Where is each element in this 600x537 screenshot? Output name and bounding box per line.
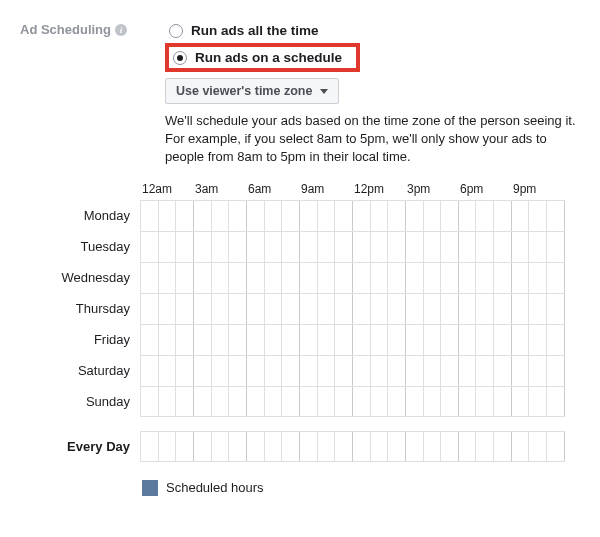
schedule-cell[interactable] xyxy=(159,387,177,416)
schedule-cell[interactable] xyxy=(212,432,230,461)
schedule-cell[interactable] xyxy=(512,263,530,293)
schedule-cell[interactable] xyxy=(159,356,177,386)
schedule-cell[interactable] xyxy=(388,325,406,355)
schedule-cell[interactable] xyxy=(388,432,406,461)
day-cells[interactable] xyxy=(140,231,565,262)
schedule-cell[interactable] xyxy=(441,387,459,416)
schedule-cell[interactable] xyxy=(247,325,265,355)
schedule-cell[interactable] xyxy=(212,294,230,324)
schedule-cell[interactable] xyxy=(282,432,300,461)
schedule-cell[interactable] xyxy=(159,294,177,324)
schedule-cell[interactable] xyxy=(141,325,159,355)
schedule-cell[interactable] xyxy=(265,387,283,416)
schedule-cell[interactable] xyxy=(335,201,353,231)
schedule-cell[interactable] xyxy=(282,232,300,262)
schedule-cell[interactable] xyxy=(353,201,371,231)
day-cells[interactable] xyxy=(140,293,565,324)
radio-run-all-time[interactable]: Run ads all the time xyxy=(165,20,580,41)
schedule-cell[interactable] xyxy=(441,201,459,231)
schedule-cell[interactable] xyxy=(512,325,530,355)
schedule-cell[interactable] xyxy=(476,387,494,416)
schedule-cell[interactable] xyxy=(300,201,318,231)
radio-run-on-schedule[interactable]: Run ads on a schedule xyxy=(169,47,346,68)
schedule-cell[interactable] xyxy=(424,356,442,386)
schedule-cell[interactable] xyxy=(424,201,442,231)
schedule-cell[interactable] xyxy=(247,232,265,262)
schedule-cell[interactable] xyxy=(176,387,194,416)
schedule-cell[interactable] xyxy=(494,232,512,262)
schedule-cell[interactable] xyxy=(476,232,494,262)
schedule-cell[interactable] xyxy=(353,232,371,262)
schedule-cell[interactable] xyxy=(441,294,459,324)
schedule-cell[interactable] xyxy=(318,294,336,324)
schedule-cell[interactable] xyxy=(318,232,336,262)
schedule-cell[interactable] xyxy=(459,387,477,416)
schedule-cell[interactable] xyxy=(459,263,477,293)
schedule-cell[interactable] xyxy=(176,294,194,324)
schedule-cell[interactable] xyxy=(282,387,300,416)
schedule-cell[interactable] xyxy=(247,294,265,324)
schedule-cell[interactable] xyxy=(176,356,194,386)
schedule-cell[interactable] xyxy=(512,232,530,262)
schedule-cell[interactable] xyxy=(371,294,389,324)
schedule-cell[interactable] xyxy=(300,232,318,262)
schedule-cell[interactable] xyxy=(371,356,389,386)
schedule-cell[interactable] xyxy=(141,432,159,461)
schedule-cell[interactable] xyxy=(159,263,177,293)
schedule-cell[interactable] xyxy=(318,387,336,416)
schedule-cell[interactable] xyxy=(406,294,424,324)
schedule-cell[interactable] xyxy=(335,387,353,416)
schedule-cell[interactable] xyxy=(529,294,547,324)
schedule-cell[interactable] xyxy=(335,263,353,293)
schedule-cell[interactable] xyxy=(406,387,424,416)
schedule-cell[interactable] xyxy=(141,356,159,386)
schedule-cell[interactable] xyxy=(300,294,318,324)
schedule-cell[interactable] xyxy=(318,263,336,293)
schedule-cell[interactable] xyxy=(318,356,336,386)
schedule-cell[interactable] xyxy=(371,201,389,231)
schedule-cell[interactable] xyxy=(406,201,424,231)
schedule-cell[interactable] xyxy=(459,356,477,386)
schedule-cell[interactable] xyxy=(459,232,477,262)
schedule-cell[interactable] xyxy=(335,356,353,386)
schedule-cell[interactable] xyxy=(406,263,424,293)
schedule-cell[interactable] xyxy=(388,232,406,262)
schedule-cell[interactable] xyxy=(229,432,247,461)
schedule-cell[interactable] xyxy=(318,432,336,461)
schedule-cell[interactable] xyxy=(494,432,512,461)
schedule-cell[interactable] xyxy=(353,387,371,416)
schedule-cell[interactable] xyxy=(371,263,389,293)
schedule-cell[interactable] xyxy=(176,232,194,262)
schedule-cell[interactable] xyxy=(265,356,283,386)
schedule-cell[interactable] xyxy=(335,325,353,355)
schedule-cell[interactable] xyxy=(547,294,565,324)
schedule-cell[interactable] xyxy=(424,325,442,355)
schedule-cell[interactable] xyxy=(282,294,300,324)
schedule-cell[interactable] xyxy=(441,263,459,293)
schedule-cell[interactable] xyxy=(247,263,265,293)
schedule-cell[interactable] xyxy=(476,201,494,231)
schedule-cell[interactable] xyxy=(388,387,406,416)
schedule-cell[interactable] xyxy=(212,356,230,386)
schedule-cell[interactable] xyxy=(159,432,177,461)
schedule-cell[interactable] xyxy=(335,232,353,262)
schedule-cell[interactable] xyxy=(494,201,512,231)
schedule-cell[interactable] xyxy=(282,263,300,293)
schedule-cell[interactable] xyxy=(476,432,494,461)
schedule-cell[interactable] xyxy=(476,325,494,355)
schedule-cell[interactable] xyxy=(547,263,565,293)
timezone-dropdown[interactable]: Use viewer's time zone xyxy=(165,78,339,104)
schedule-cell[interactable] xyxy=(141,387,159,416)
schedule-cell[interactable] xyxy=(476,294,494,324)
schedule-cell[interactable] xyxy=(159,201,177,231)
schedule-cell[interactable] xyxy=(229,325,247,355)
schedule-cell[interactable] xyxy=(388,263,406,293)
schedule-cell[interactable] xyxy=(529,432,547,461)
schedule-cell[interactable] xyxy=(194,356,212,386)
schedule-cell[interactable] xyxy=(141,232,159,262)
day-cells[interactable] xyxy=(140,200,565,231)
schedule-cell[interactable] xyxy=(459,432,477,461)
schedule-cell[interactable] xyxy=(547,356,565,386)
schedule-cell[interactable] xyxy=(459,325,477,355)
schedule-cell[interactable] xyxy=(512,201,530,231)
